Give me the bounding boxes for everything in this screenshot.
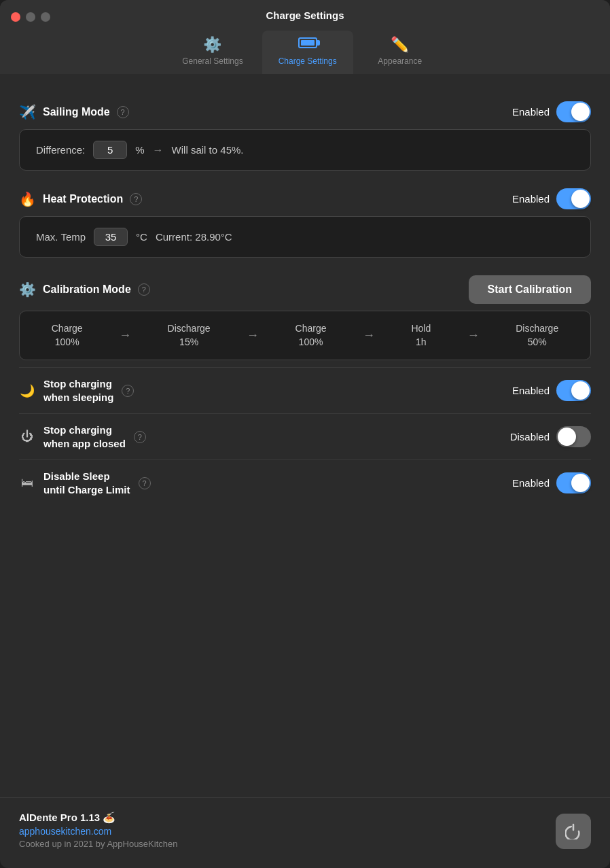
heat-protection-info-box: Max. Temp °C Current: 28.90°C: [19, 216, 591, 258]
flow-item-3-line2: 100%: [299, 336, 323, 349]
max-temp-input[interactable]: [94, 228, 128, 246]
stop-charging-sleeping-left: 🌙 Stop chargingwhen sleeping ?: [19, 377, 134, 404]
disable-sleep-row: 🛏 Disable Sleepuntil Charge Limit ? Enab…: [19, 459, 591, 506]
app-credit: Cooked up in 2021 by AppHouseKitchen: [19, 839, 177, 849]
sailing-mode-toggle[interactable]: [556, 101, 591, 122]
stop-charging-closed-title: Stop chargingwhen app closed: [43, 423, 126, 450]
stop-charging-closed-status: Disabled: [510, 431, 550, 442]
calibration-flow-box: Charge 100% → Discharge 15% → Charge 100…: [19, 311, 591, 360]
tab-general-label: General Settings: [182, 56, 243, 66]
flow-item-1-line2: 100%: [55, 336, 79, 349]
calibration-mode-title: Calibration Mode: [43, 283, 131, 296]
flow-arrow-2: →: [247, 328, 259, 343]
moon-icon: 🌙: [19, 383, 35, 398]
power-off-icon: ⏻: [19, 430, 35, 444]
difference-input[interactable]: [93, 141, 127, 159]
footer: AlDente Pro 1.13 🍝 apphousekitchen.com C…: [0, 797, 610, 868]
flow-item-3-line1: Charge: [295, 322, 327, 336]
disable-sleep-right: Enabled: [512, 472, 591, 493]
stop-charging-sleeping-help-icon[interactable]: ?: [122, 385, 134, 397]
flow-item-4: Hold 1h: [411, 322, 431, 349]
heat-protection-toggle-knob: [571, 190, 590, 208]
difference-label: Difference:: [36, 144, 85, 156]
stop-charging-closed-toggle[interactable]: [556, 426, 591, 447]
heat-icon: 🔥: [19, 191, 36, 207]
stop-charging-closed-help-icon[interactable]: ?: [134, 431, 146, 443]
flow-item-1: Charge 100%: [52, 322, 83, 349]
disable-sleep-toggle[interactable]: [556, 472, 591, 493]
calibration-mode-row: ⚙️ Calibration Mode ? Start Calibration: [19, 264, 591, 311]
start-calibration-button[interactable]: Start Calibration: [469, 275, 591, 304]
sailing-mode-status: Enabled: [512, 106, 550, 118]
app-window: Charge Settings ⚙️ General Settings Char…: [0, 0, 610, 868]
pencil-icon: ✏️: [391, 36, 409, 54]
tab-bar: ⚙️ General Settings Charge Settings ✏️ A…: [11, 31, 599, 74]
stop-charging-sleeping-status: Enabled: [512, 385, 550, 396]
sailing-mode-info-box: Difference: % → Will sail to 45%.: [19, 129, 591, 171]
calibration-mode-left: ⚙️ Calibration Mode ?: [19, 281, 150, 298]
sailing-arrow: →: [153, 144, 164, 156]
stop-charging-sleeping-right: Enabled: [512, 380, 591, 401]
sailing-mode-left: ✈️ Sailing Mode ?: [19, 104, 129, 120]
content-area: ✈️ Sailing Mode ? Enabled Difference: % …: [0, 74, 610, 792]
sailing-icon: ✈️: [19, 104, 36, 120]
sailing-mode-right: Enabled: [512, 101, 591, 122]
stop-charging-sleeping-title: Stop chargingwhen sleeping: [43, 377, 113, 404]
tab-charge-settings[interactable]: Charge Settings: [262, 31, 353, 74]
flow-item-5-line2: 50%: [528, 336, 547, 349]
tab-appearance[interactable]: ✏️ Appearance: [356, 31, 444, 74]
disable-sleep-title: Disable Sleepuntil Charge Limit: [43, 470, 130, 496]
sailing-mode-title: Sailing Mode: [43, 106, 110, 118]
stop-charging-sleeping-row: 🌙 Stop chargingwhen sleeping ? Enabled: [19, 367, 591, 413]
gear-icon: ⚙️: [203, 36, 221, 54]
power-icon: [565, 823, 581, 839]
current-temp: Current: 28.90°C: [156, 231, 232, 243]
disable-sleep-help-icon[interactable]: ?: [139, 477, 151, 489]
stop-charging-sleeping-toggle[interactable]: [556, 380, 591, 401]
close-button[interactable]: [11, 12, 20, 22]
flow-item-4-line1: Hold: [411, 322, 431, 336]
stop-charging-closed-row: ⏻ Stop chargingwhen app closed ? Disable…: [19, 413, 591, 459]
stop-charging-closed-toggle-knob: [558, 428, 576, 446]
footer-left: AlDente Pro 1.13 🍝 apphousekitchen.com C…: [19, 812, 177, 849]
tab-appearance-label: Appearance: [378, 56, 422, 66]
sailing-mode-help-icon[interactable]: ?: [117, 106, 129, 118]
app-name: AlDente Pro 1.13 🍝: [19, 812, 177, 824]
power-button[interactable]: [556, 814, 591, 849]
stop-charging-closed-right: Disabled: [510, 426, 591, 447]
heat-protection-right: Enabled: [512, 188, 591, 209]
heat-protection-toggle[interactable]: [556, 188, 591, 209]
flow-item-2: Discharge 15%: [168, 322, 211, 349]
traffic-lights: [11, 12, 50, 22]
flow-item-3: Charge 100%: [295, 322, 327, 349]
battery-icon: [298, 36, 317, 54]
flow-arrow-1: →: [119, 328, 131, 343]
titlebar: Charge Settings ⚙️ General Settings Char…: [0, 0, 610, 74]
calibration-mode-help-icon[interactable]: ?: [138, 283, 150, 296]
flow-arrow-3: →: [363, 328, 375, 343]
sailing-description: Will sail to 45%.: [172, 144, 244, 156]
flow-arrow-4: →: [467, 328, 480, 343]
maximize-button[interactable]: [41, 12, 50, 22]
flow-item-2-line2: 15%: [179, 336, 198, 349]
tab-general-settings[interactable]: ⚙️ General Settings: [166, 31, 259, 74]
window-title: Charge Settings: [266, 10, 344, 21]
flow-item-5: Discharge 50%: [516, 322, 558, 349]
max-temp-label: Max. Temp: [36, 231, 86, 243]
tab-charge-label: Charge Settings: [279, 56, 337, 66]
calibration-mode-right: Start Calibration: [469, 275, 591, 304]
disable-sleep-status: Enabled: [512, 477, 550, 489]
minimize-button[interactable]: [26, 12, 35, 22]
flow-item-2-line1: Discharge: [168, 322, 211, 336]
heat-protection-help-icon[interactable]: ?: [130, 193, 142, 205]
flow-item-5-line1: Discharge: [516, 322, 558, 336]
heat-protection-row: 🔥 Heat Protection ? Enabled: [19, 177, 591, 216]
heat-protection-left: 🔥 Heat Protection ?: [19, 191, 142, 207]
disable-sleep-left: 🛏 Disable Sleepuntil Charge Limit ?: [19, 470, 151, 496]
stop-charging-closed-left: ⏻ Stop chargingwhen app closed ?: [19, 423, 146, 450]
calibration-icon: ⚙️: [19, 281, 36, 298]
stop-charging-sleeping-toggle-knob: [571, 381, 590, 400]
app-website-link[interactable]: apphousekitchen.com: [19, 826, 177, 837]
bed-icon: 🛏: [19, 476, 35, 490]
flow-item-1-line1: Charge: [52, 322, 83, 336]
